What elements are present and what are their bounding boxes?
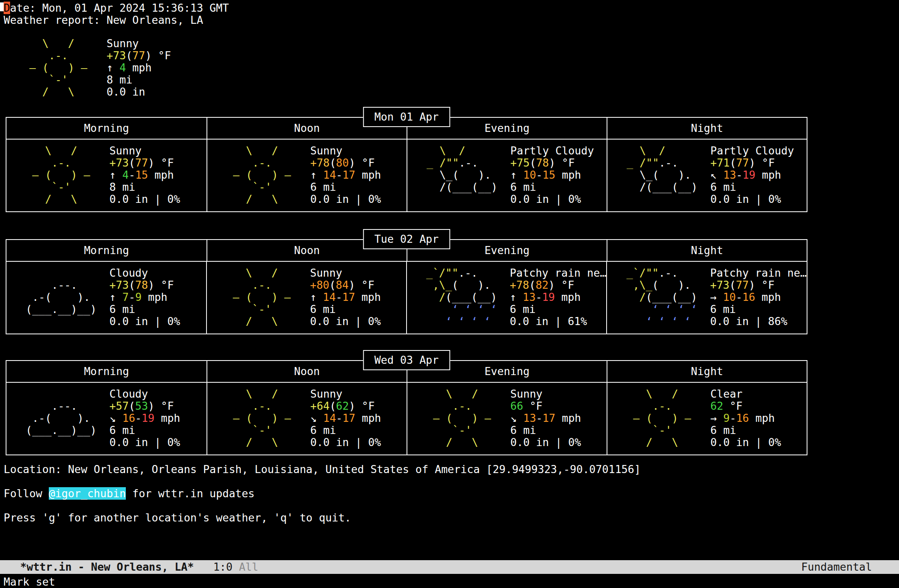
- period-header: Night: [607, 118, 807, 139]
- weather-details: Partly Cloudy +75(78) °F ↑ 10-15 mph 6 m…: [510, 145, 594, 205]
- weather-ascii-art: \ / _ /"".-. \_( ). /(___(__): [620, 145, 710, 193]
- forecast-cell: \ / .-. ― ( ) ― `-' / \Clear 62 °F → 9-1…: [607, 383, 807, 455]
- forecast-cell: \ / .-. ― ( ) ― `-' / \Sunny +73(77) °F …: [4, 38, 171, 98]
- weather-ascii-art: _`/"".-. ,\_( ). /(___(__) ‘ ‘ ‘ ‘ ‘ ‘ ‘…: [420, 267, 510, 327]
- weather-ascii-art: \ / .-. ― ( ) ― `-' / \: [19, 145, 109, 205]
- forecast-day-table: Tue 02 AprMorningNoonEveningNight .--. .…: [6, 239, 807, 334]
- text-cursor: D: [4, 2, 10, 14]
- period-cells-row: .--. .-( ). (___.__)__) Cloudy +57(53) °…: [6, 383, 807, 455]
- weather-details: Sunny +78(80) °F ↑ 14-17 mph 6 mi 0.0 in…: [310, 145, 381, 205]
- forecast-day-table: Mon 01 AprMorningNoonEveningNight \ / .-…: [6, 117, 807, 212]
- forecast-cell: \ / _ /"".-. \_( ). /(___(__) Partly Clo…: [607, 140, 807, 211]
- emacs-modeline[interactable]: *wttr.in - New Orleans, LA* 1:0 AllFunda…: [0, 560, 899, 574]
- weather-ascii-art: \ / _ /"".-. \_( ). /(___(__): [420, 145, 510, 193]
- period-header: Morning: [6, 118, 206, 139]
- weather-report-line: Weather report: New Orleans, LA: [4, 14, 203, 26]
- major-mode-name: Fundamental: [801, 560, 872, 574]
- weather-ascii-art: \ / .-. ― ( ) ― `-' / \: [220, 267, 310, 327]
- scroll-indicator: All: [239, 561, 259, 573]
- buffer-top-lines: Date: Mon, 01 Apr 2024 15:36:13 GMT Weat…: [4, 2, 229, 26]
- weather-details: Patchy rain ne… +73(77) °F → 10-16 mph 6…: [710, 267, 807, 327]
- weather-details: Partly Cloudy +71(77) °F ↖ 13-19 mph 6 m…: [710, 145, 794, 205]
- weather-ascii-art: \ / .-. ― ( ) ― `-' / \: [620, 388, 710, 448]
- forecast-cell: \ / .-. ― ( ) ― `-' / \Sunny +64(62) °F …: [206, 383, 407, 455]
- twitter-handle[interactable]: @igor_chubin: [49, 487, 126, 500]
- follow-line: Follow @igor_chubin for wttr.in updates: [4, 488, 254, 500]
- forecast-cell: \ / .-. ― ( ) ― `-' / \Sunny +78(80) °F …: [206, 140, 407, 211]
- period-header: Night: [607, 361, 807, 382]
- weather-details: Clear 62 °F → 9-16 mph 6 mi 0.0 in | 0%: [710, 388, 781, 448]
- forecast-cell: _`/"".-. ,\_( ). /(___(__) ‘ ‘ ‘ ‘ ‘ ‘ ‘…: [606, 262, 807, 334]
- period-cells-row: .--. .-( ). (___.__)__) Cloudy +73(78) °…: [6, 262, 807, 334]
- cursor-position: 1:0: [213, 561, 233, 573]
- forecast-cell: \ / .-. ― ( ) ― `-' / \Sunny +73(77) °F …: [6, 140, 206, 211]
- follow-suffix: for wttr.in updates: [126, 487, 254, 500]
- period-header: Morning: [6, 240, 206, 261]
- weather-ascii-art: _`/"".-. ,\_( ). /(___(__) ‘ ‘ ‘ ‘ ‘ ‘ ‘…: [620, 267, 710, 327]
- weather-ascii-art: \ / .-. ― ( ) ― `-' / \: [220, 145, 310, 205]
- weather-details: Patchy rain ne… +78(82) °F ↑ 13-19 mph 6…: [510, 267, 606, 327]
- weather-details: Sunny +73(77) °F ↑ 4 mph 8 mi 0.0 in: [106, 38, 171, 98]
- forecast-cell: _`/"".-. ,\_( ). /(___(__) ‘ ‘ ‘ ‘ ‘ ‘ ‘…: [406, 262, 607, 334]
- day-label: Wed 03 Apr: [363, 350, 450, 370]
- forecast-cell: \ / _ /"".-. \_( ). /(___(__) Partly Clo…: [407, 140, 607, 211]
- current-conditions: \ / .-. ― ( ) ― `-' / \Sunny +73(77) °F …: [4, 38, 171, 98]
- day-label: Mon 01 Apr: [363, 107, 450, 127]
- follow-prefix: Follow: [4, 487, 49, 500]
- weather-ascii-art: .--. .-( ). (___.__)__): [19, 388, 109, 436]
- date-line: ate: Mon, 01 Apr 2024 15:36:13 GMT: [10, 2, 229, 14]
- modeline-gap: [194, 561, 213, 573]
- weather-details: Sunny +64(62) °F ↘ 14-17 mph 6 mi 0.0 in…: [310, 388, 381, 448]
- period-header: Night: [607, 240, 807, 261]
- location-line: Location: New Orleans, Orleans Parish, L…: [4, 463, 640, 475]
- weather-details: Cloudy +73(78) °F ↑ 7-9 mph 6 mi 0.0 in …: [109, 267, 180, 327]
- weather-details: Cloudy +57(53) °F ↘ 16-19 mph 6 mi 0.0 i…: [109, 388, 180, 448]
- day-label: Tue 02 Apr: [363, 229, 450, 249]
- forecast-cell: \ / .-. ― ( ) ― `-' / \Sunny 66 °F ↘ 13-…: [407, 383, 607, 455]
- period-cells-row: \ / .-. ― ( ) ― `-' / \Sunny +73(77) °F …: [6, 140, 807, 211]
- weather-details: Sunny 66 °F ↘ 13-17 mph 6 mi 0.0 in | 0%: [510, 388, 581, 448]
- period-header: Morning: [6, 361, 206, 382]
- weather-ascii-art: \ / .-. ― ( ) ― `-' / \: [420, 388, 510, 448]
- echo-area-message: Mark set: [4, 576, 55, 588]
- forecast-cell: .--. .-( ). (___.__)__) Cloudy +57(53) °…: [6, 383, 206, 455]
- keybinding-hint-line: Press 'g' for another location's weather…: [4, 512, 351, 524]
- weather-details: Sunny +80(84) °F ↑ 14-17 mph 6 mi 0.0 in…: [310, 267, 381, 327]
- buffer-name: *wttr.in - New Orleans, LA*: [20, 561, 194, 573]
- forecast-cell: \ / .-. ― ( ) ― `-' / \Sunny +80(84) °F …: [206, 262, 406, 334]
- weather-ascii-art: \ / .-. ― ( ) ― `-' / \: [17, 38, 106, 98]
- modeline-space: [233, 561, 239, 573]
- weather-details: Sunny +73(77) °F ↑ 4-15 mph 8 mi 0.0 in …: [109, 145, 180, 205]
- forecast-day-table: Wed 03 AprMorningNoonEveningNight .--. .…: [6, 360, 807, 455]
- weather-ascii-art: \ / .-. ― ( ) ― `-' / \: [220, 388, 310, 448]
- forecast-cell: .--. .-( ). (___.__)__) Cloudy +73(78) °…: [6, 262, 206, 334]
- weather-ascii-art: .--. .-( ). (___.__)__): [19, 267, 109, 315]
